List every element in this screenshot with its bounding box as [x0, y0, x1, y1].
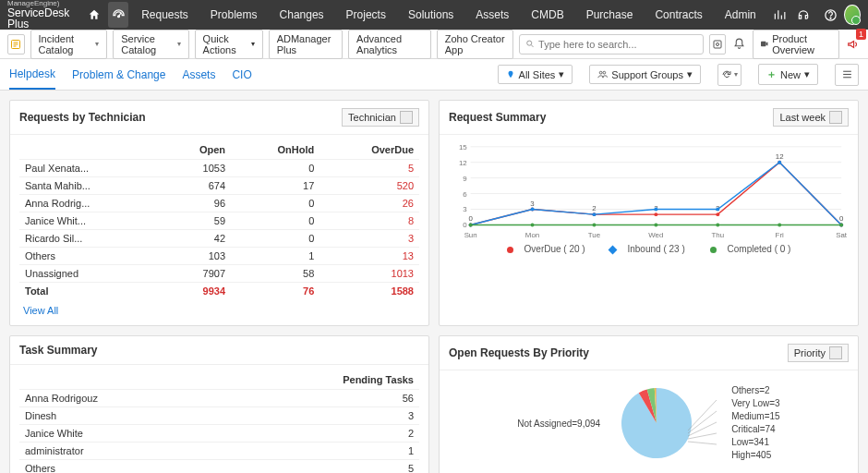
zoho-creator-button[interactable]: Zoho Creator App	[437, 30, 513, 59]
nav-assets[interactable]: Assets	[466, 0, 518, 30]
svg-text:Mon: Mon	[525, 231, 539, 239]
priority-selector[interactable]: Priority	[788, 344, 849, 362]
home-icon[interactable]	[84, 2, 104, 28]
nav-changes[interactable]: Changes	[271, 0, 333, 30]
search-box[interactable]	[519, 34, 704, 55]
view-all-link[interactable]: View All	[19, 299, 62, 316]
admanager-button[interactable]: ADManager Plus	[269, 30, 343, 59]
tab-helpdesk[interactable]: Helpdesk	[9, 60, 55, 90]
nav-problems[interactable]: Problems	[201, 0, 267, 30]
brand-bottom: ServiceDesk Plus	[7, 7, 75, 30]
svg-text:15: 15	[459, 143, 467, 152]
svg-text:Wed: Wed	[648, 231, 663, 239]
table-row[interactable]: administrator1	[19, 443, 419, 460]
incident-catalog-button[interactable]: Incident Catalog▾	[30, 30, 108, 59]
card-requests-by-technician: Requests by Technician Technician Open O…	[9, 100, 429, 326]
svg-point-17	[600, 71, 603, 74]
svg-point-12	[527, 41, 532, 45]
scan-icon[interactable]	[709, 34, 727, 55]
svg-line-13	[531, 45, 533, 47]
svg-point-64	[592, 223, 596, 226]
help-icon[interactable]	[820, 2, 840, 28]
table-row[interactable]: Santa Mahib...67417520	[19, 177, 419, 195]
service-catalog-button[interactable]: Service Catalog▾	[113, 30, 188, 59]
tab-assets[interactable]: Assets	[182, 61, 215, 89]
brand-logo: ManageEngine) ServiceDesk Plus	[7, 0, 75, 30]
adv-analytics-label: Advanced Analytics	[356, 33, 423, 55]
bell-icon[interactable]	[731, 34, 747, 55]
quick-actions-button[interactable]: Quick Actions▾	[195, 30, 263, 59]
table-row[interactable]: Anna Rodrigouz56	[19, 390, 419, 407]
nav-requests[interactable]: Requests	[132, 0, 198, 30]
headset-icon[interactable]	[793, 2, 814, 28]
svg-point-58	[654, 208, 657, 212]
svg-point-62	[469, 223, 473, 226]
nav-admin[interactable]: Admin	[716, 0, 766, 30]
card-title: Request Summary	[449, 111, 546, 124]
product-overview-button[interactable]: Product Overview	[753, 30, 839, 59]
table-row[interactable]: Unassigned7907581013	[19, 265, 419, 283]
table-row[interactable]: Ricardo Sil...4203	[19, 230, 419, 248]
request-summary-chart: 15129630SunMonTueWedThuFriSat03222120	[449, 140, 849, 242]
catalog-icon[interactable]	[7, 34, 25, 55]
technician-table: Open OnHold OverDue Paul Xenata...105305…	[19, 140, 419, 299]
table-row[interactable]: Dinesh3	[19, 407, 419, 425]
product-overview-label: Product Overview	[772, 33, 831, 55]
refresh-button[interactable]: ▾	[717, 64, 741, 86]
all-sites-label: All Sites	[519, 69, 556, 80]
menu-button[interactable]	[835, 64, 859, 86]
col-pending: Pending Tasks	[222, 370, 419, 390]
svg-point-67	[778, 223, 781, 226]
table-row[interactable]: Janice White2	[19, 425, 419, 443]
tab-problem-change[interactable]: Problem & Change	[72, 61, 165, 89]
table-row[interactable]: Janice Whit...5908	[19, 212, 419, 230]
nav-solutions[interactable]: Solutions	[399, 0, 463, 30]
new-button[interactable]: ＋ New▾	[758, 64, 818, 85]
svg-point-49	[716, 212, 719, 216]
svg-line-70	[688, 411, 717, 433]
task-table: Pending Tasks Anna Rodrigouz56Dinesh3Jan…	[19, 370, 419, 473]
pie-labels: Others=2 Very Low=3 Medium=15 Critical=7…	[731, 384, 780, 462]
svg-rect-16	[761, 42, 766, 46]
search-input[interactable]	[538, 39, 697, 50]
chart-legend: OverDue ( 20 ) Inbound ( 23 ) Completed …	[449, 244, 849, 254]
technician-selector[interactable]: Technician	[342, 108, 419, 127]
pie-na-label: Not Assigned=9,094	[517, 418, 600, 429]
chart-icon[interactable]	[769, 2, 790, 28]
timerange-selector[interactable]: Last week	[773, 108, 849, 127]
svg-rect-14	[714, 41, 721, 48]
svg-point-15	[717, 42, 719, 45]
svg-line-73	[688, 442, 717, 444]
table-row[interactable]: Others5	[19, 460, 419, 474]
admanager-label: ADManager Plus	[277, 33, 334, 55]
all-sites-button[interactable]: All Sites▾	[498, 65, 573, 84]
svg-text:0: 0	[468, 214, 473, 223]
table-row[interactable]: Others103113	[19, 248, 419, 265]
quick-actions-label: Quick Actions	[203, 33, 247, 55]
card-title: Requests by Technician	[19, 111, 145, 124]
card-task-summary: Task Summary Pending Tasks Anna Rodrigou…	[9, 335, 429, 473]
top-nav: ManageEngine) ServiceDesk Plus Requests …	[0, 0, 868, 30]
nav-projects[interactable]: Projects	[337, 0, 395, 30]
new-label: New	[780, 69, 801, 80]
support-groups-label: Support Groups	[611, 69, 683, 80]
table-row[interactable]: Anna Rodrig...96026	[19, 195, 419, 212]
nav-cmdb[interactable]: CMDB	[522, 0, 573, 30]
nav-contracts[interactable]: Contracts	[645, 0, 711, 30]
card-request-summary: Request Summary Last week 15129630SunMon…	[439, 100, 859, 326]
table-row[interactable]: Paul Xenata...105305	[19, 160, 419, 177]
support-groups-button[interactable]: Support Groups▾	[589, 65, 701, 84]
svg-text:12: 12	[776, 152, 784, 161]
chevron-down-icon	[829, 346, 842, 359]
adv-analytics-button[interactable]: Advanced Analytics	[348, 30, 431, 59]
announcement-icon[interactable]: 1	[845, 34, 861, 55]
chevron-down-icon	[829, 111, 842, 124]
toolbar: Incident Catalog▾ Service Catalog▾ Quick…	[0, 30, 868, 59]
svg-line-69	[688, 400, 717, 431]
svg-text:6: 6	[463, 190, 467, 199]
nav-purchase[interactable]: Purchase	[577, 0, 643, 30]
user-avatar[interactable]	[844, 5, 861, 25]
tab-cio[interactable]: CIO	[232, 61, 251, 89]
svg-point-7	[830, 18, 831, 18]
dashboard-icon[interactable]	[108, 2, 128, 28]
